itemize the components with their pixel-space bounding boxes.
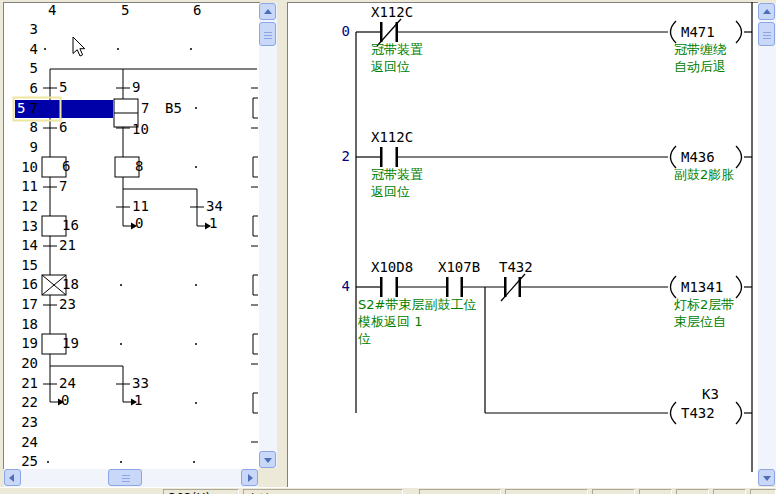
arrow-up-icon [763,9,771,14]
sfc-column-header: 4 [48,3,56,18]
scrollbar-corner [259,468,277,487]
sfc-row-number: 24 [10,435,38,450]
sfc-diagram-panel[interactable] [3,2,260,469]
arrow-down-icon [763,476,771,481]
sfc-node-label: 8 [135,159,143,174]
sfc-node-label: 9 [132,80,140,95]
sfc-column-header: 5 [121,3,129,18]
sfc-node-label: 10 [132,122,149,137]
status-panel [713,489,746,494]
sfc-node-label: 6 [59,120,67,135]
rung-number: 2 [310,149,350,164]
device-label: X112C [371,130,413,145]
sfc-node-label: 19 [62,336,79,351]
scroll-thumb[interactable] [758,22,775,46]
status-panel: 本站 号码: [243,489,403,494]
sfc-row-number: 15 [10,258,38,273]
scroll-thumb[interactable] [108,469,142,486]
sfc-node-label: 6 [62,159,70,174]
device-label: M1341 [681,280,723,295]
arrow-down-icon [264,458,272,463]
sfc-row-number: 22 [10,395,38,410]
status-panel [419,489,501,494]
sfc-row-number: 8 [10,120,38,135]
sfc-horizontal-scrollbar[interactable] [4,469,258,487]
ladder-vertical-scrollbar[interactable] [758,3,776,486]
scroll-up-button[interactable] [758,3,775,20]
sfc-row-number: 5 [10,61,38,76]
sfc-row-number: 6 [10,81,38,96]
status-panel [592,489,635,494]
device-label: M436 [681,150,715,165]
arrow-up-icon [264,9,272,14]
sfc-row-number: 3 [10,22,38,37]
sfc-row-number: 10 [10,160,38,175]
sfc-row-number: 11 [10,179,38,194]
sfc-node-label: 33 [132,376,149,391]
sfc-node-label: B5 [165,101,182,116]
sfc-row-number: 17 [10,297,38,312]
rung-number: 4 [310,279,350,294]
device-comment: 冠带装置 [371,167,423,182]
device-comment: 冠带装置 [371,42,423,57]
plc-programming-window: 4563456789101112131415161718192021222324… [0,0,776,494]
scroll-down-button[interactable] [259,451,276,468]
device-label: M471 [681,25,715,40]
device-label: X107B [438,260,480,275]
device-comment: 位 [358,331,371,346]
sfc-node-label: 11 [132,199,149,214]
sfc-node-label: 0 [135,216,143,231]
sfc-row-number: 23 [10,415,38,430]
sfc-row-number: 14 [10,238,38,253]
sfc-node-label: 7 [59,179,67,194]
scroll-left-button[interactable] [4,469,21,486]
sfc-node-label: 1 [134,393,142,408]
sfc-selected-step-label: 5 [17,101,25,116]
sfc-node-label: 0 [61,393,69,408]
device-comment: 返回位 [371,59,410,74]
arrow-right-icon [248,474,253,482]
status-bar: Q02(H)本站 号码: [0,487,776,494]
sfc-row-number: 25 [10,454,38,469]
sfc-node-label: 34 [206,199,223,214]
device-label: T432 [681,406,715,421]
sfc-row-number: 19 [10,336,38,351]
device-comment: 自动后退 [674,59,726,74]
sfc-row-number: 12 [10,199,38,214]
scroll-thumb[interactable] [259,22,276,46]
device-comment: 返回位 [371,184,410,199]
scroll-down-button[interactable] [758,469,775,486]
sfc-row-number: 18 [10,317,38,332]
device-comment: 模板返回 1 [358,314,422,329]
sfc-row-number: 9 [10,140,38,155]
rung-number: 0 [310,24,350,39]
status-panel: Q02(H) [163,489,239,494]
sfc-row-number: 21 [10,376,38,391]
sfc-vertical-scrollbar[interactable] [259,3,277,468]
device-comment: 束层位自 [674,314,726,329]
sfc-node-label: 18 [62,277,79,292]
sfc-column-header: 6 [193,3,201,18]
sfc-node-label: 16 [62,218,79,233]
device-label: T432 [499,260,533,275]
status-panel [750,489,776,494]
status-panel [505,489,588,494]
sfc-row-number: 20 [10,356,38,371]
device-label: K3 [702,387,719,402]
device-label: X112C [371,5,413,20]
device-comment: 副鼓2膨胀 [674,167,734,182]
sfc-node-label: 7 [141,101,149,116]
arrow-left-icon [9,474,14,482]
sfc-row-number: 4 [10,42,38,57]
scroll-right-button[interactable] [241,469,258,486]
device-comment: 冠带缠绕 [674,42,726,57]
device-comment: 灯标2层带 [674,297,734,312]
sfc-row-number: 13 [10,219,38,234]
status-panel [639,489,672,494]
sfc-node-label: 5 [59,80,67,95]
sfc-node-label: 24 [59,376,76,391]
device-comment: S2#带束层副鼓工位 [358,297,476,312]
scroll-up-button[interactable] [259,3,276,20]
sfc-row-number: 16 [10,277,38,292]
status-panel [676,489,709,494]
